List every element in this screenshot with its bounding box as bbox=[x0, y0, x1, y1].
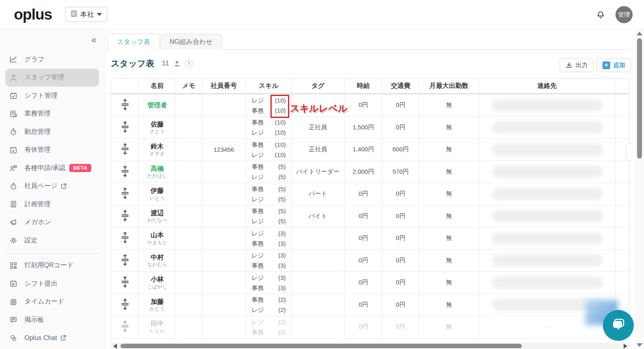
drag-handle-icon[interactable] bbox=[121, 209, 130, 222]
download-icon bbox=[565, 61, 573, 69]
sidebar-item-staff[interactable]: スタッフ管理 bbox=[5, 69, 99, 87]
employee-number-cell bbox=[202, 117, 246, 139]
vertical-scrollbar[interactable] bbox=[635, 29, 644, 349]
sidebar-item-timecard[interactable]: タイムカード bbox=[0, 293, 105, 311]
sidebar-item-label: スタッフ管理 bbox=[24, 73, 64, 82]
column-header bbox=[111, 79, 139, 94]
sidebar-item-attendance[interactable]: 勤怠管理 bbox=[0, 123, 105, 141]
sidebar-collapse-icon[interactable]: « bbox=[91, 35, 97, 45]
table-row[interactable]: 伊藤いとう 事務(5)レジ(5) パート 0円 0円 無 bbox=[111, 183, 630, 205]
sidebar-item-employee-page[interactable]: 社員ページ bbox=[0, 177, 105, 196]
export-button[interactable]: 出力 bbox=[560, 58, 593, 72]
avatar[interactable]: 管理 bbox=[615, 6, 633, 23]
table-row[interactable]: 田中たなか レジ(2)事務(2) 0円 0円 無 - bbox=[111, 316, 630, 338]
notification-bell-icon[interactable] bbox=[596, 11, 605, 19]
drag-handle-icon[interactable] bbox=[121, 98, 130, 111]
sidebar-item-leave[interactable]: 有休管理 bbox=[0, 141, 105, 159]
extra-cell bbox=[615, 117, 630, 139]
max-workdays-cell: 無 bbox=[419, 316, 479, 338]
timer-icon bbox=[9, 182, 18, 191]
sidebar-item-label: グラフ bbox=[24, 55, 44, 64]
tag-cell: バイト bbox=[292, 205, 345, 228]
blurred-contact bbox=[492, 166, 603, 178]
drag-handle-icon[interactable] bbox=[121, 143, 130, 155]
vertical-scrollbar-thumb[interactable] bbox=[637, 38, 642, 159]
scroll-left-arrow[interactable] bbox=[113, 344, 117, 349]
drag-handle-icon[interactable] bbox=[121, 320, 130, 332]
extra-cell bbox=[615, 250, 630, 272]
table-row[interactable]: 小林こばやし レジ(3)事務(3) 0円 0円 無 bbox=[111, 272, 630, 294]
sidebar-item-label: 業務管理 bbox=[24, 109, 51, 118]
tag-cell bbox=[292, 272, 345, 294]
transport-cost-cell: 570円 bbox=[382, 161, 419, 183]
staff-kana: たなか bbox=[139, 328, 176, 335]
drag-handle-icon[interactable] bbox=[121, 121, 130, 133]
staff-table: 名前メモ社員番号スキルタグ時給交通費月最大出勤数連絡先 管理者 レジ(10)事務… bbox=[111, 78, 630, 343]
sidebar-item-work[interactable]: 業務管理 bbox=[0, 105, 105, 123]
add-button[interactable]: + 追加 bbox=[597, 58, 631, 72]
sidebar-item-board[interactable]: 掲示板 bbox=[0, 311, 105, 329]
tab-staff-table[interactable]: スタッフ表 bbox=[108, 34, 160, 50]
tab-ng-combination[interactable]: NG組み合わせ bbox=[160, 34, 222, 50]
skill-entry: レジ(2) bbox=[252, 305, 286, 315]
staff-name: 渡辺 bbox=[139, 209, 176, 218]
sidebar: « グラフ スタッフ管理 シフト管理 業務管理 勤怠管理 有休管理 bbox=[0, 29, 105, 349]
sidebar-item-plan[interactable]: 計画管理 bbox=[0, 195, 105, 214]
office-selector[interactable]: 本社 bbox=[65, 7, 107, 22]
sidebar-item-label: Oplus Chat bbox=[24, 334, 57, 342]
table-row[interactable]: 佐藤さとう 事務(10)レジ(10) 正社員 1,500円 0円 無 bbox=[111, 117, 630, 139]
skill-cell: 事務(10)レジ(10) bbox=[246, 139, 292, 161]
blurred-contact bbox=[492, 188, 603, 200]
staff-name: 高橋 bbox=[139, 164, 176, 173]
max-workdays-cell: 無 bbox=[419, 294, 479, 316]
table-row[interactable]: 渡辺わたなべ 事務(5)レジ(5) バイト 0円 0円 無 bbox=[111, 205, 630, 228]
scroll-up-arrow[interactable] bbox=[637, 32, 642, 35]
sidebar-item-label: 計画管理 bbox=[24, 200, 51, 209]
transport-cost-cell: 0円 bbox=[382, 183, 419, 205]
tag-cell: 正社員 bbox=[292, 139, 345, 161]
sidebar-item-shift-submit[interactable]: シフト提出 bbox=[0, 275, 105, 293]
name-cell: 田中たなか bbox=[139, 316, 176, 338]
drag-handle-icon[interactable] bbox=[121, 165, 130, 177]
table-row[interactable]: 管理者 レジ(10)事務(10) 0円 0円 無 bbox=[111, 94, 630, 117]
drag-handle-icon[interactable] bbox=[121, 187, 130, 199]
table-row[interactable]: 高橋たかはし 事務(5)レジ(5) バイトリーダー 2,000円 570円 無 bbox=[111, 161, 630, 183]
hourly-wage-cell: 0円 bbox=[345, 183, 382, 205]
table-row[interactable]: 鈴木すずき 123456 事務(10)レジ(10) 正社員 1,400円 600… bbox=[111, 139, 630, 161]
drag-handle-icon[interactable] bbox=[121, 254, 130, 266]
staff-count: 11 bbox=[162, 59, 169, 68]
max-workdays-cell: 無 bbox=[419, 117, 479, 139]
blurred-contact bbox=[492, 121, 603, 133]
drag-handle-icon[interactable] bbox=[121, 298, 130, 310]
skill-cell: レジ(2)事務(2) bbox=[246, 316, 292, 338]
scroll-down-arrow[interactable] bbox=[637, 343, 642, 347]
memo-cell bbox=[176, 272, 202, 294]
hourly-wage-cell: 0円 bbox=[345, 316, 382, 338]
name-cell: 佐藤さとう bbox=[139, 117, 176, 139]
help-icon[interactable]: ? bbox=[185, 59, 193, 68]
scroll-right-arrow[interactable] bbox=[624, 344, 627, 349]
drag-handle-icon[interactable] bbox=[121, 231, 130, 244]
hourly-wage-cell: 1,400円 bbox=[345, 139, 382, 161]
column-header: メモ bbox=[176, 79, 202, 94]
employee-number-cell bbox=[202, 272, 246, 294]
sidebar-item-megaphone[interactable]: メガホン bbox=[0, 214, 105, 232]
chat-bubble-icon bbox=[609, 316, 627, 335]
sidebar-item-settings[interactable]: 設定 bbox=[0, 231, 105, 250]
table-row[interactable]: 山本やまもと レジ(3)事務(3) 0円 0円 無 bbox=[111, 227, 630, 250]
extra-cell bbox=[615, 183, 630, 205]
sidebar-item-shift[interactable]: シフト管理 bbox=[0, 87, 105, 105]
horizontal-scrollbar-thumb[interactable] bbox=[121, 344, 522, 348]
sidebar-item-oplus-chat[interactable]: Oplus Chat bbox=[0, 329, 105, 347]
transport-cost-cell: 0円 bbox=[382, 294, 419, 316]
table-row[interactable]: 加藤かとう 事務(2)レジ(2) 0円 0円 無 bbox=[111, 294, 630, 316]
skill-entry: 事務(10) bbox=[252, 117, 286, 127]
sidebar-item-graph[interactable]: グラフ bbox=[0, 50, 105, 69]
drag-handle-icon[interactable] bbox=[121, 276, 130, 288]
table-row[interactable]: 中村なかむら レジ(3)事務(3) 0円 0円 無 bbox=[111, 250, 630, 272]
horizontal-scrollbar[interactable] bbox=[111, 343, 630, 349]
chat-fab[interactable] bbox=[603, 310, 634, 341]
transport-cost-cell: 0円 bbox=[382, 227, 419, 250]
sidebar-item-requests[interactable]: 各種申請/承認 BETA bbox=[0, 159, 105, 177]
sidebar-item-qr-code[interactable]: 打刻用QRコード bbox=[0, 257, 105, 275]
